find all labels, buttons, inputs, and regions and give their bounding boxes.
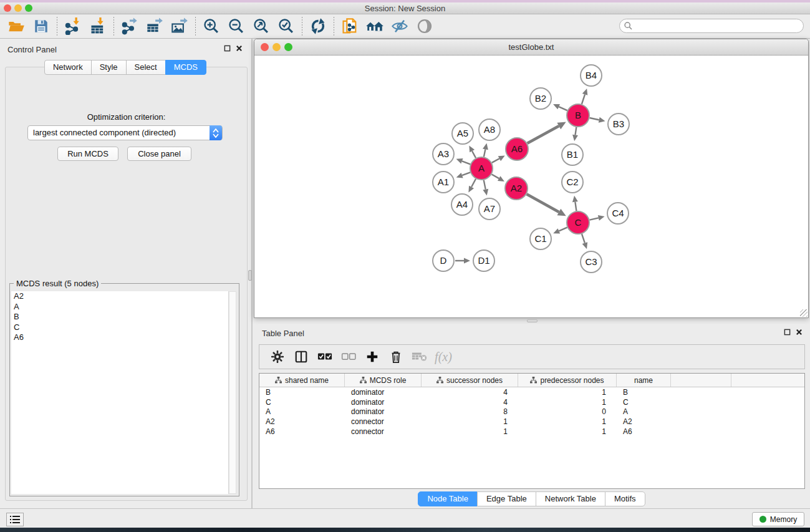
table-cell[interactable]: 4 (422, 398, 518, 407)
tab-network[interactable]: Network (44, 60, 92, 75)
zoom-window-button[interactable] (25, 4, 32, 12)
export-table-button[interactable] (142, 16, 167, 37)
tab-network-table[interactable]: Network Table (536, 491, 605, 506)
splitter-gripper[interactable] (527, 319, 538, 322)
mcds-result-item[interactable]: A2 (11, 291, 228, 302)
mcds-result-item[interactable]: C (11, 322, 228, 333)
search-input[interactable] (619, 19, 804, 33)
node-A8[interactable]: A8 (479, 119, 500, 140)
close-panel-icon[interactable] (236, 45, 243, 52)
table-cell[interactable]: 1 (422, 417, 518, 426)
table-cell[interactable]: 1 (422, 427, 518, 436)
edge-A-A6[interactable] (492, 158, 499, 163)
mcds-result-list[interactable]: A2ABCA6 (11, 291, 229, 494)
tab-edge-table[interactable]: Edge Table (477, 491, 536, 506)
edge-C-C3[interactable] (582, 234, 585, 243)
edge-C-C4[interactable] (589, 218, 598, 220)
table-cell[interactable]: A (259, 407, 345, 416)
zoom-in-button[interactable] (199, 16, 224, 37)
mcds-result-item[interactable]: A (11, 302, 228, 312)
edge-B-B4[interactable] (582, 94, 585, 104)
network-graph[interactable]: A5A8A3AA1A4A7A6A2B2B4BB3B1C2CC4C1C3DD1 (254, 56, 808, 317)
edge-A-A8[interactable] (484, 149, 486, 157)
table-cell[interactable]: A6 (259, 427, 345, 436)
delete-column-button[interactable] (384, 347, 408, 367)
table-cell[interactable]: C (617, 398, 671, 407)
network-from-file-button[interactable] (337, 16, 362, 37)
zoom-fit-button[interactable] (249, 16, 274, 37)
close-panel-icon[interactable] (796, 329, 803, 336)
table-row[interactable]: Bdominator41B (259, 387, 804, 397)
edge-C-C1[interactable] (559, 228, 567, 231)
close-panel-button[interactable]: Close panel (127, 147, 191, 161)
node-table[interactable]: shared nameMCDS rolesuccessor nodesprede… (259, 373, 805, 489)
table-row[interactable]: Cdominator41C (259, 397, 804, 407)
tab-motifs[interactable]: Motifs (605, 491, 645, 506)
edge-A-A5[interactable] (472, 151, 476, 158)
table-cell[interactable]: 1 (518, 417, 617, 426)
table-cell[interactable]: dominator (345, 407, 422, 416)
zoom-out-button[interactable] (224, 16, 249, 37)
node-B4[interactable]: B4 (581, 65, 602, 86)
edge-B-B1[interactable] (576, 127, 577, 135)
table-settings-button[interactable] (266, 347, 289, 367)
mcds-result-scrollbar[interactable] (229, 291, 236, 494)
zoom-selected-button[interactable] (274, 16, 299, 37)
node-A7[interactable]: A7 (479, 198, 500, 220)
window-resize-grip-icon[interactable] (800, 309, 808, 317)
import-table-button[interactable] (85, 16, 110, 37)
node-C1[interactable]: C1 (530, 228, 551, 249)
table-cell[interactable]: B (259, 388, 345, 397)
zoom-network-button[interactable] (284, 43, 292, 51)
table-cell[interactable]: A6 (617, 427, 671, 436)
mcds-result-item[interactable]: B (11, 312, 228, 322)
table-cell[interactable]: connector (345, 427, 422, 436)
column-header-name[interactable]: name (617, 374, 671, 387)
tab-mcds[interactable]: MCDS (165, 60, 206, 75)
node-A6[interactable]: A6 (506, 138, 528, 160)
mcds-result-item[interactable]: A6 (11, 332, 228, 343)
edge-B-B2[interactable] (559, 107, 567, 110)
table-cell[interactable]: C (259, 398, 345, 407)
close-window-button[interactable] (4, 4, 11, 12)
column-selector-button[interactable] (289, 347, 313, 367)
column-header-empty[interactable] (671, 374, 731, 387)
open-session-button[interactable] (4, 16, 29, 37)
function-builder-button[interactable]: f(x) (432, 347, 455, 367)
select-all-button[interactable] (313, 347, 337, 367)
export-network-button[interactable] (117, 16, 142, 37)
refresh-button[interactable] (306, 16, 330, 37)
node-A3[interactable]: A3 (433, 143, 454, 165)
table-cell[interactable]: B (617, 388, 671, 397)
column-header-shared-name[interactable]: shared name (259, 374, 345, 387)
home-button[interactable] (362, 16, 387, 37)
edge-A6-B[interactable] (528, 126, 559, 143)
node-A1[interactable]: A1 (433, 172, 454, 193)
export-image-button[interactable] (167, 16, 192, 37)
splitter-gripper[interactable] (248, 270, 252, 281)
table-row[interactable]: A2connector11A2 (259, 417, 804, 427)
table-cell[interactable]: 4 (422, 388, 518, 397)
node-B1[interactable]: B1 (562, 144, 583, 165)
minimize-window-button[interactable] (14, 4, 22, 12)
edge-A-A1[interactable] (462, 172, 470, 175)
column-header-predecessor-nodes[interactable]: predecessor nodes (518, 374, 617, 387)
tab-style[interactable]: Style (91, 60, 127, 75)
edge-B-B3[interactable] (590, 118, 599, 120)
node-A[interactable]: A (470, 157, 493, 180)
save-session-button[interactable] (29, 16, 54, 37)
table-cell[interactable]: connector (345, 417, 422, 426)
table-row[interactable]: A6connector11A6 (259, 427, 804, 437)
deselect-all-button[interactable] (337, 347, 360, 367)
criterion-dropdown[interactable]: largest connected component (directed) (27, 125, 223, 140)
node-B[interactable]: B (567, 104, 589, 127)
minimize-network-button[interactable] (272, 43, 281, 51)
node-A2[interactable]: A2 (505, 177, 528, 200)
show-graphics-button[interactable] (412, 16, 437, 37)
node-D1[interactable]: D1 (473, 250, 494, 271)
edge-A2-C[interactable] (527, 194, 559, 212)
run-mcds-button[interactable]: Run MCDS (57, 147, 118, 161)
table-cell[interactable]: 1 (518, 398, 617, 407)
float-panel-icon[interactable] (224, 45, 231, 52)
table-cell[interactable]: 1 (518, 388, 617, 397)
